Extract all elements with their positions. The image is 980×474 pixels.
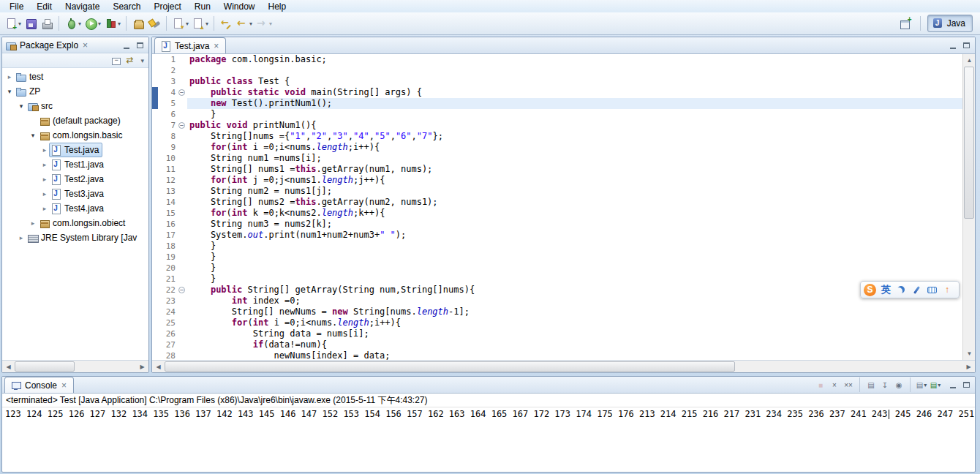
tree-twistie-icon[interactable]: ▸ [40, 190, 49, 198]
editor-tab-testjava[interactable]: Test.java × [154, 37, 226, 53]
tree-item-test1-java[interactable]: ▸Test1.java [2, 157, 148, 172]
tree-item-jre-system-library-jav[interactable]: ▸JRE System Library [Jav [2, 230, 148, 245]
maximize-editor-button[interactable] [960, 40, 972, 50]
package-explorer-hscrollbar[interactable]: ◀ ▶ [2, 360, 148, 372]
tree-item-default-package[interactable]: (default package) [2, 113, 148, 128]
tree-item-test[interactable]: ▸test [2, 69, 148, 84]
tree-twistie-icon[interactable]: ▾ [5, 88, 14, 95]
scrollbar-thumb[interactable] [15, 361, 75, 372]
scroll-left-icon[interactable]: ◀ [2, 361, 15, 373]
code-text[interactable]: for(int k =0;k<nums2.length;k++){ [187, 208, 962, 219]
sogou-toolbox-icon[interactable]: ↑ [942, 284, 952, 296]
tree-item-com-longsin-obiect[interactable]: ▸com.longsin.obiect [2, 216, 148, 230]
tree-item-com-longsin-basic[interactable]: ▾com.longsin.basic [2, 128, 148, 143]
code-text[interactable]: String num3 = nums2[k]; [187, 219, 962, 230]
code-text[interactable]: } [187, 274, 962, 285]
view-menu-icon[interactable]: ▾ [139, 57, 146, 64]
tree-twistie-icon[interactable]: ▾ [17, 102, 26, 110]
tree-twistie-icon[interactable]: ▸ [40, 176, 49, 183]
sogou-language-mode-button[interactable]: 英 [881, 283, 891, 296]
terminate-button[interactable]: ■ [814, 378, 827, 391]
tree-twistie-icon[interactable]: ▸ [40, 161, 49, 168]
code-text[interactable]: for(int j =0;j<nums1.length;j++){ [187, 175, 962, 186]
menu-item-run[interactable]: Run [188, 1, 217, 12]
scroll-right-icon[interactable]: ▶ [136, 361, 148, 373]
editor-hscrollbar[interactable]: ◀ ▶ [152, 360, 975, 372]
scroll-down-icon[interactable]: ▼ [963, 347, 975, 360]
sogou-logo-icon[interactable]: S [864, 284, 876, 296]
code-text[interactable]: public String[] getArray(String num,Stri… [187, 285, 962, 296]
scroll-right-icon[interactable]: ▶ [962, 361, 975, 373]
tree-item-test4-java[interactable]: ▸Test4.java [2, 201, 148, 216]
java-perspective-button[interactable]: Java [927, 15, 973, 32]
code-text[interactable]: } [187, 109, 962, 120]
editor-lines[interactable]: 1package com.longsin.basic;2 3public cla… [152, 54, 962, 360]
code-text[interactable]: public class Test { [187, 76, 962, 87]
open-perspective-button[interactable] [897, 15, 913, 32]
next-annotation-button[interactable]: ▾ [170, 15, 190, 32]
keyboard-icon[interactable] [927, 284, 937, 296]
menu-item-edit[interactable]: Edit [30, 1, 59, 12]
fold-collapse-icon[interactable]: − [178, 89, 185, 96]
collapse-all-icon[interactable] [110, 54, 123, 67]
tree-item-test2-java[interactable]: ▸Test2.java [2, 172, 148, 187]
code-text[interactable]: } [187, 241, 962, 252]
pin-console-button[interactable]: ◉ [892, 378, 905, 391]
code-text[interactable]: for(int i =0;i<nums.length;i++){ [187, 317, 962, 328]
debug-button[interactable]: ▾ [63, 15, 83, 32]
code-text[interactable]: int index =0; [187, 296, 962, 306]
code-text[interactable]: String[] nums2 =this.getArray(num2, nums… [187, 197, 962, 208]
coverage-button[interactable]: ▾ [102, 15, 122, 32]
tree-twistie-icon[interactable]: ▸ [40, 205, 49, 212]
menu-item-file[interactable]: File [3, 1, 30, 12]
menu-item-search[interactable]: Search [106, 1, 147, 12]
fold-collapse-icon[interactable]: − [178, 122, 185, 129]
fold-collapse-icon[interactable]: − [178, 287, 185, 293]
pen-icon[interactable] [911, 284, 921, 296]
prev-annotation-button[interactable]: ▾ [190, 15, 210, 32]
search-button[interactable] [146, 15, 162, 32]
code-text[interactable]: new Test().printNum1(); [187, 98, 962, 109]
tree-twistie-icon[interactable]: ▸ [40, 146, 49, 154]
code-text[interactable]: public void printNum1(){ [187, 120, 962, 131]
code-text[interactable]: newNums[index] = data; [187, 350, 962, 360]
code-text[interactable] [187, 65, 962, 76]
close-tab-icon[interactable]: × [212, 41, 220, 51]
code-text[interactable]: String[] nums1 =this.getArray(num1, nums… [187, 164, 962, 175]
close-tab-icon[interactable]: × [60, 380, 68, 391]
open-console-button[interactable]: ▤▾ [929, 378, 942, 391]
menu-item-help[interactable]: Help [262, 1, 293, 12]
code-text[interactable]: String[] newNums = new String[nums.lengt… [187, 306, 962, 317]
code-text[interactable]: } [187, 263, 962, 274]
menu-item-project[interactable]: Project [147, 1, 187, 12]
code-text[interactable]: String[]nums ={"1","2","3","4","5","6","… [187, 131, 962, 142]
new-button[interactable]: ▾ [3, 15, 23, 32]
code-text[interactable]: package com.longsin.basic; [187, 54, 962, 65]
scrollbar-thumb[interactable] [964, 67, 974, 219]
code-text[interactable]: if(data!=num){ [187, 339, 962, 350]
code-text[interactable]: String num2 = nums1[j]; [187, 186, 962, 197]
maximize-view-button[interactable] [134, 40, 146, 50]
open-task-button[interactable] [130, 15, 146, 32]
menu-item-window[interactable]: Window [217, 1, 262, 12]
display-selected-console-button[interactable]: ▤▾ [915, 378, 928, 391]
tree-item-zp[interactable]: ▾ZP [2, 84, 148, 99]
code-text[interactable]: public static void main(String[] args) { [187, 87, 962, 98]
code-text[interactable]: String data = nums[i]; [187, 328, 962, 339]
last-edit-button[interactable] [218, 15, 234, 32]
tree-twistie-icon[interactable]: ▸ [17, 234, 26, 241]
scroll-left-icon[interactable]: ◀ [152, 361, 165, 373]
tree-item-test3-java[interactable]: ▸Test3.java [2, 187, 148, 201]
close-view-icon[interactable]: × [81, 40, 89, 50]
back-button[interactable]: ▾ [234, 15, 254, 32]
save-button[interactable] [23, 15, 39, 32]
minimize-view-button[interactable] [121, 40, 132, 50]
tree-twistie-icon[interactable]: ▸ [29, 219, 37, 227]
maximize-console-button[interactable] [960, 380, 972, 390]
code-text[interactable]: } [187, 252, 962, 263]
minimize-editor-button[interactable] [947, 40, 959, 50]
scrollbar-thumb[interactable] [165, 361, 735, 372]
console-output[interactable]: 123 124 125 126 127 132 134 135 136 137 … [2, 407, 975, 472]
sogou-input-toolbar[interactable]: S 英 ↑ [860, 281, 960, 298]
clear-console-button[interactable]: ▤ [864, 378, 878, 391]
